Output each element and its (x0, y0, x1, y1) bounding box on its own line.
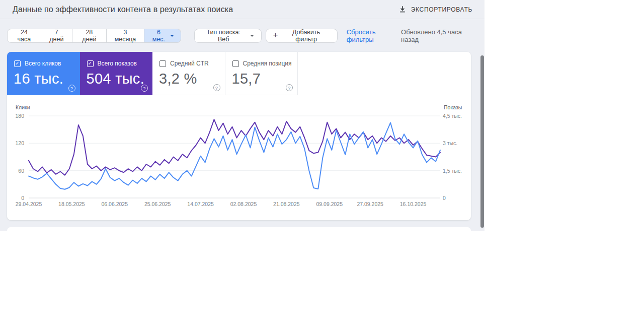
range-24h-button[interactable]: 24 часа (7, 29, 41, 43)
x-axis-label: 02.08.2025 (226, 201, 261, 207)
page-header: Данные по эффективности контента в резул… (0, 0, 485, 19)
next-section-card (7, 227, 471, 231)
add-filter-button[interactable]: + Добавить фильтр (266, 29, 338, 43)
range-3m-button[interactable]: 3 месяца (107, 29, 144, 43)
right-axis-tick: 4,5 тыс. (443, 113, 462, 119)
left-axis-title: Клики (16, 104, 30, 110)
x-axis-label: 29.04.2025 (11, 201, 46, 207)
filter-bar: 24 часа 7 дней 28 дней 3 месяца 6 мес. Т… (0, 19, 485, 52)
search-console-app: Данные по эффективности контента в резул… (0, 0, 485, 231)
x-axis-label: 18.05.2025 (54, 201, 89, 207)
left-axis-tick: 120 (8, 140, 24, 146)
x-axis-label: 21.08.2025 (269, 201, 304, 207)
chevron-down-icon (170, 35, 174, 37)
x-axis-label: 25.06.2025 (140, 201, 175, 207)
x-axis-label: 16.10.2025 (395, 201, 431, 207)
chevron-down-icon (250, 35, 254, 37)
scrollbar-thumb[interactable] (480, 55, 484, 228)
date-range-control: 24 часа 7 дней 28 дней 3 месяца 6 мес. (7, 29, 181, 43)
export-button[interactable]: ЭКСПОРТИРОВАТЬ (398, 4, 473, 15)
x-axis-label: 27.09.2025 (353, 201, 388, 207)
range-6m-button[interactable]: 6 мес. (144, 29, 181, 43)
export-label: ЭКСПОРТИРОВАТЬ (411, 6, 472, 13)
left-axis-tick: 0 (8, 195, 24, 201)
right-axis-tick: 3 тыс. (443, 140, 457, 146)
plus-icon: + (273, 31, 278, 39)
performance-card: Всего кликов 16 тыс. Всего показов 504 т… (7, 52, 471, 220)
download-icon (399, 6, 406, 13)
right-axis-tick: 0 (443, 195, 446, 201)
x-axis-label: 09.09.2025 (312, 201, 347, 207)
range-28d-button[interactable]: 28 дней (72, 29, 107, 43)
last-updated-text: Обновлено 4,5 часа назад (401, 28, 476, 43)
x-axis-label: 14.07.2025 (183, 201, 218, 207)
page-title: Данные по эффективности контента в резул… (13, 5, 233, 14)
left-axis-tick: 60 (8, 168, 24, 174)
reset-filters-link[interactable]: Сбросить фильтры (347, 28, 401, 43)
search-type-filter[interactable]: Тип поиска: Веб (194, 29, 262, 43)
x-axis-label: 06.06.2025 (97, 201, 132, 207)
left-axis-tick: 180 (8, 113, 24, 119)
right-axis-tick: 1,5 тыс. (443, 168, 462, 174)
right-axis-title: Показы (444, 104, 462, 110)
performance-chart-svg[interactable] (7, 52, 471, 220)
range-7d-button[interactable]: 7 дней (41, 29, 72, 43)
